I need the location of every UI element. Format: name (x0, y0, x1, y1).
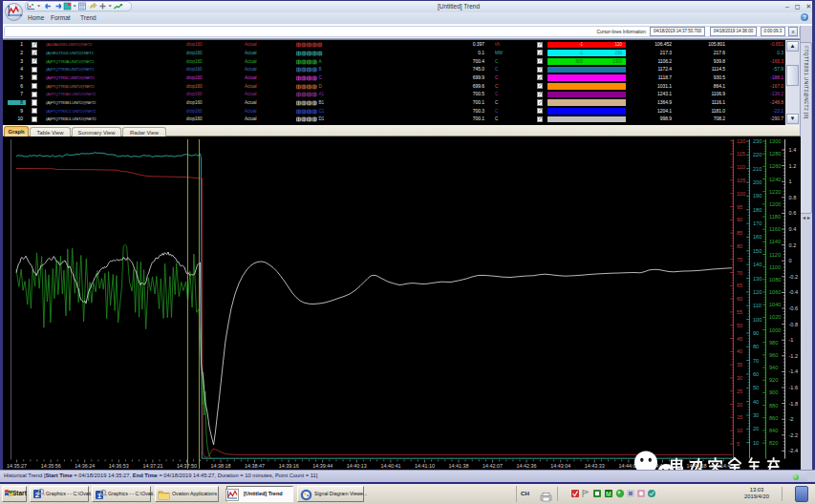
svg-text:0.2: 0.2 (789, 242, 797, 248)
svg-text:14:41:38: 14:41:38 (449, 463, 469, 469)
svg-text:14:37:50: 14:37:50 (177, 463, 197, 469)
svg-text:10: 10 (737, 428, 742, 433)
svg-text:14:38:18: 14:38:18 (211, 463, 231, 469)
svg-text:-0.4: -0.4 (789, 289, 799, 295)
svg-text:120: 120 (753, 289, 761, 295)
svg-text:190: 190 (753, 193, 761, 199)
svg-text:14:40:13: 14:40:13 (347, 463, 367, 469)
svg-text:14:43:04: 14:43:04 (550, 463, 570, 469)
svg-text:14:38:47: 14:38:47 (245, 463, 265, 469)
svg-text:1020: 1020 (769, 314, 781, 320)
svg-text:-1.2: -1.2 (789, 353, 799, 359)
svg-text:210: 210 (753, 166, 761, 172)
svg-text:880: 880 (769, 403, 778, 409)
svg-text:115: 115 (737, 151, 745, 157)
svg-text:14:43:33: 14:43:33 (585, 463, 605, 469)
svg-text:14:36:53: 14:36:53 (109, 463, 129, 469)
svg-text:35: 35 (737, 362, 742, 368)
svg-text:0: 0 (789, 258, 792, 263)
svg-text:220: 220 (753, 152, 761, 158)
svg-text:840: 840 (769, 428, 778, 433)
svg-text:1180: 1180 (769, 214, 781, 220)
svg-text:30: 30 (737, 375, 742, 381)
svg-text:980: 980 (769, 340, 778, 346)
svg-text:14:42:07: 14:42:07 (483, 463, 503, 469)
svg-text:85: 85 (737, 230, 742, 236)
svg-text:0.8: 0.8 (789, 195, 797, 200)
svg-text:14:39:44: 14:39:44 (312, 463, 332, 469)
svg-text:40: 40 (753, 399, 759, 405)
svg-text:14:41:10: 14:41:10 (415, 463, 435, 469)
svg-text:50: 50 (753, 385, 759, 390)
svg-text:20: 20 (753, 426, 759, 431)
svg-text:200: 200 (753, 179, 761, 185)
svg-text:900: 900 (769, 389, 778, 395)
svg-text:230: 230 (753, 138, 761, 144)
svg-text:1060: 1060 (769, 289, 781, 295)
svg-text:-2: -2 (789, 416, 794, 422)
svg-text:65: 65 (737, 283, 742, 288)
svg-text:90: 90 (737, 217, 742, 222)
svg-text:15: 15 (737, 414, 742, 420)
svg-text:80: 80 (753, 344, 759, 349)
svg-text:14:42:36: 14:42:36 (517, 463, 537, 469)
svg-text:960: 960 (769, 352, 778, 358)
svg-text:40: 40 (737, 348, 742, 354)
svg-text:110: 110 (753, 303, 761, 308)
svg-text:1120: 1120 (769, 252, 781, 258)
svg-text:1280: 1280 (769, 151, 781, 157)
svg-text:820: 820 (769, 440, 778, 446)
svg-text:120: 120 (737, 138, 745, 144)
svg-text:-1.4: -1.4 (789, 368, 799, 374)
svg-text:1080: 1080 (769, 277, 781, 283)
svg-text:70: 70 (737, 270, 742, 276)
svg-text:-2.4: -2.4 (789, 448, 799, 453)
svg-text:1000: 1000 (769, 327, 781, 333)
svg-text:170: 170 (753, 220, 761, 226)
svg-text:0.4: 0.4 (789, 226, 797, 232)
svg-text:105: 105 (737, 178, 745, 183)
svg-text:1200: 1200 (769, 201, 781, 207)
svg-text:14:35:56: 14:35:56 (41, 463, 61, 469)
svg-text:1: 1 (789, 178, 792, 184)
svg-text:45: 45 (737, 336, 742, 342)
svg-text:1140: 1140 (769, 239, 781, 244)
svg-text:1040: 1040 (769, 302, 781, 307)
svg-text:0.6: 0.6 (789, 210, 797, 216)
svg-text:920: 920 (769, 377, 778, 383)
svg-text:30: 30 (753, 412, 759, 418)
svg-text:-1.8: -1.8 (789, 401, 799, 407)
svg-text:860: 860 (769, 415, 778, 421)
svg-text:95: 95 (737, 204, 742, 210)
svg-text:1.4: 1.4 (789, 147, 797, 153)
svg-text:14:35:27: 14:35:27 (7, 463, 27, 469)
svg-text:75: 75 (737, 257, 742, 262)
svg-text:1160: 1160 (769, 226, 781, 232)
svg-text:50: 50 (737, 323, 742, 328)
svg-text:-1: -1 (789, 337, 794, 343)
svg-text:1240: 1240 (769, 177, 781, 182)
svg-text:14:39:16: 14:39:16 (279, 463, 299, 469)
svg-text:90: 90 (753, 330, 759, 336)
svg-text:110: 110 (737, 164, 745, 170)
svg-text:55: 55 (737, 309, 742, 315)
svg-text:100: 100 (737, 191, 745, 197)
svg-text:180: 180 (753, 207, 761, 213)
svg-text:25: 25 (737, 388, 742, 394)
svg-text:-0.6: -0.6 (789, 305, 799, 311)
svg-text:1220: 1220 (769, 189, 781, 195)
svg-text:140: 140 (753, 262, 761, 267)
svg-text:130: 130 (753, 276, 761, 282)
svg-text:1300: 1300 (769, 138, 781, 144)
svg-text:1100: 1100 (769, 264, 781, 270)
svg-text:100: 100 (753, 317, 761, 323)
svg-text:-0.8: -0.8 (789, 322, 799, 327)
svg-text:940: 940 (769, 365, 778, 370)
svg-text:5: 5 (737, 441, 740, 447)
svg-text:150: 150 (753, 248, 761, 254)
svg-text:20: 20 (737, 402, 742, 408)
svg-text:1260: 1260 (769, 163, 781, 169)
svg-text:-2.2: -2.2 (789, 432, 799, 438)
svg-text:70: 70 (753, 358, 759, 364)
svg-text:14:36:24: 14:36:24 (75, 463, 95, 469)
